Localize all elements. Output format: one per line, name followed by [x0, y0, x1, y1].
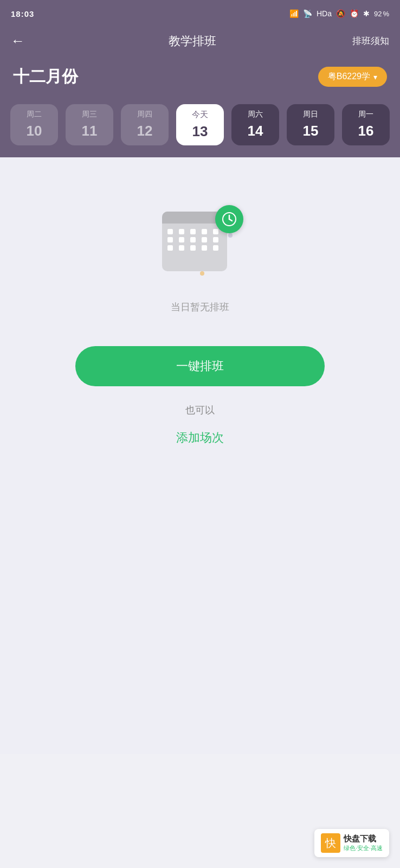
cal-dot	[202, 237, 207, 242]
day-label-16: 周一	[358, 110, 373, 119]
main-content: 当日暂无排班 一键排班 也可以 添加场次	[0, 157, 400, 754]
mute-icon: 🔕	[336, 9, 345, 18]
day-label-12: 周四	[137, 110, 152, 119]
day-selector: 周二 10 周三 11 周四 12 今天 13 周六 14 周日 15 周一 1…	[0, 99, 400, 157]
schedule-notice-button[interactable]: 排班须知	[352, 35, 389, 47]
wifi-icon: 📡	[303, 9, 312, 18]
cal-dot	[179, 245, 184, 251]
battery-status: 92%	[374, 10, 389, 18]
watermark: 快 快盘下载 绿色·安全·高速	[314, 829, 389, 857]
empty-state: 当日暂无排班	[157, 201, 243, 314]
also-text: 也可以	[185, 404, 215, 417]
vehicle-badge[interactable]: 粤B6229学	[318, 67, 387, 87]
page-header: ← 教学排班 排班须知	[0, 27, 400, 60]
day-label-today: 今天	[192, 110, 208, 120]
back-button[interactable]: ←	[11, 33, 33, 49]
cal-dot	[167, 245, 173, 251]
svg-line-2	[229, 219, 232, 221]
add-session-link[interactable]: 添加场次	[176, 430, 224, 446]
watermark-name: 快盘下载	[344, 834, 383, 844]
day-number-11: 11	[82, 123, 98, 139]
day-label-14: 周六	[248, 110, 263, 119]
month-row: 十二月份 粤B6229学	[0, 60, 400, 99]
status-time: 18:03	[11, 9, 34, 18]
cal-dot	[179, 237, 184, 242]
hd-label: HDa	[317, 9, 332, 18]
bluetooth-icon: ✱	[363, 9, 370, 18]
day-item-13-today[interactable]: 今天 13	[176, 104, 224, 145]
deco-dot-2	[200, 271, 204, 276]
empty-text: 当日暂无排班	[171, 301, 229, 314]
cal-dot	[213, 245, 218, 251]
day-item-14[interactable]: 周六 14	[231, 104, 279, 145]
cal-dot	[190, 245, 196, 251]
cal-dot	[202, 229, 207, 234]
day-number-15: 15	[303, 123, 319, 139]
day-item-12[interactable]: 周四 12	[121, 104, 169, 145]
one-click-schedule-button[interactable]: 一键排班	[75, 346, 325, 386]
day-label-11: 周三	[82, 110, 97, 119]
day-label-10: 周二	[27, 110, 42, 119]
day-number-14: 14	[248, 123, 263, 139]
cal-dot	[213, 229, 218, 234]
status-bar: 18:03 📶 📡 HDa 🔕 ⏰ ✱ 92%	[0, 0, 400, 27]
day-number-12: 12	[137, 123, 153, 139]
cal-dot	[190, 237, 196, 242]
signal-icon: 📶	[289, 9, 299, 18]
page-title: 教学排班	[33, 33, 352, 49]
cal-dot	[167, 229, 173, 234]
day-item-10[interactable]: 周二 10	[10, 104, 58, 145]
watermark-icon: 快	[321, 833, 340, 853]
cal-dot	[167, 237, 173, 242]
alarm-icon: ⏰	[350, 9, 359, 18]
clock-icon	[222, 212, 237, 227]
calendar-illustration	[157, 201, 243, 288]
watermark-slogan: 绿色·安全·高速	[344, 844, 383, 852]
vehicle-label: 粤B6229学	[328, 71, 370, 82]
status-icons: 📶 📡 HDa 🔕 ⏰ ✱ 92%	[289, 9, 389, 18]
day-number-10: 10	[27, 123, 42, 139]
day-number-today: 13	[192, 123, 208, 140]
cal-dot	[202, 245, 207, 251]
cal-dot	[213, 237, 218, 242]
cal-dot	[190, 229, 196, 234]
day-item-15[interactable]: 周日 15	[287, 104, 334, 145]
calendar-grid	[162, 224, 227, 256]
day-item-16[interactable]: 周一 16	[342, 104, 390, 145]
clock-badge	[215, 205, 243, 233]
day-number-16: 16	[358, 123, 374, 139]
day-item-11[interactable]: 周三 11	[66, 104, 113, 145]
day-label-15: 周日	[303, 110, 318, 119]
watermark-text: 快盘下载 绿色·安全·高速	[344, 834, 383, 852]
deco-dot-4	[228, 233, 233, 238]
cal-dot	[179, 229, 184, 234]
month-title: 十二月份	[13, 66, 78, 88]
